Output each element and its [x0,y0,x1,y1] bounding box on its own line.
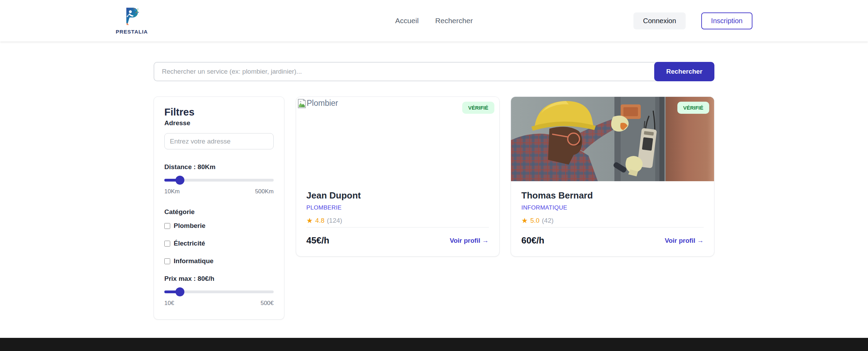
nav-link-rechercher[interactable]: Rechercher [435,17,473,25]
slider-thumb[interactable] [175,287,184,296]
checkbox-electricite[interactable] [164,241,170,247]
price-min-label: 10€ [164,300,174,307]
provider-photo: VÉRIFIÉ [511,97,714,181]
nav-link-accueil[interactable]: Accueil [395,17,419,25]
provider-card-thomas-bernard[interactable]: VÉRIFIÉ Thomas Bernard INFORMATIQUE ★ 5.… [511,96,714,257]
rating-count: (124) [327,217,342,224]
search-bar: Rechercher [154,62,714,81]
prestalia-logo-icon [123,7,140,28]
verified-badge: VÉRIFIÉ [677,102,709,114]
rating-value: 4.8 [315,217,324,224]
distance-max-label: 500Km [255,188,274,195]
distance-min-label: 10Km [164,188,180,195]
checkbox-label: Électricité [174,240,205,247]
price-slider[interactable] [164,287,274,296]
category-option-plomberie: Plomberie [164,222,274,230]
distance-label: Distance : 80Km [164,163,274,171]
price-label: Prix max : 80€/h [164,275,274,283]
auth-buttons: Connexion Inscription [633,12,752,29]
checkbox-plomberie[interactable] [164,223,170,229]
page-footer [0,338,868,351]
brand-name: PRESTALIA [116,29,148,35]
provider-photo-broken: Plombier VÉRIFIÉ [296,97,499,181]
category-option-electricite: Électricité [164,240,274,247]
provider-category: PLOMBERIE [307,204,489,211]
main-nav: Accueil Rechercher [395,17,473,25]
provider-name: Thomas Bernard [521,190,704,201]
signup-button[interactable]: Inscription [701,12,752,29]
rating-value: 5.0 [530,217,539,224]
view-profile-link[interactable]: Voir profil → [665,237,704,244]
broken-image-icon [298,99,307,109]
star-icon: ★ [521,216,528,225]
provider-rating: ★ 5.0 (42) [521,216,704,225]
brand-logo[interactable]: PRESTALIA [116,7,148,35]
provider-category: INFORMATIQUE [521,204,704,211]
search-input[interactable] [154,62,658,81]
provider-rating: ★ 4.8 (124) [307,216,489,225]
address-label: Adresse [164,119,274,127]
provider-price: 60€/h [521,235,545,246]
checkbox-label: Informatique [174,257,213,265]
view-profile-link[interactable]: Voir profil → [450,237,489,244]
verified-badge: VÉRIFIÉ [462,102,494,114]
provider-card-jean-dupont[interactable]: Plombier VÉRIFIÉ Jean Dupont PLOMBERIE ★… [296,96,500,257]
header: PRESTALIA Accueil Rechercher Connexion I… [0,0,868,41]
star-icon: ★ [307,216,313,225]
login-button[interactable]: Connexion [633,12,686,29]
distance-slider[interactable] [164,176,274,185]
category-option-informatique: Informatique [164,257,274,265]
price-max-label: 500€ [261,300,274,307]
filters-title: Filtres [164,107,274,118]
main-content: Rechercher Filtres Adresse Distance : 80… [0,41,868,320]
provider-name: Jean Dupont [307,190,489,201]
address-input[interactable] [164,133,274,149]
provider-price: 45€/h [307,235,330,246]
checkbox-informatique[interactable] [164,258,170,264]
image-alt-text: Plombier [307,99,338,108]
filters-panel: Filtres Adresse Distance : 80Km 10Km 500… [154,96,284,320]
checkbox-label: Plomberie [174,222,205,230]
slider-thumb[interactable] [175,176,184,185]
search-button[interactable]: Rechercher [654,62,714,81]
category-label: Catégorie [164,208,274,216]
rating-count: (42) [542,217,554,224]
